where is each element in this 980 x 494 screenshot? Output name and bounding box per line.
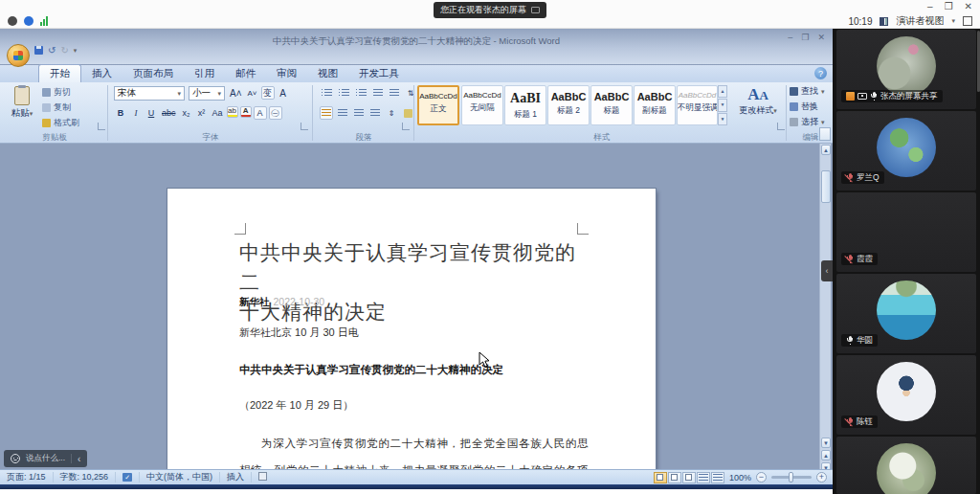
language-indicator[interactable]: 中文(简体，中国) bbox=[140, 472, 220, 483]
zoom-level[interactable]: 100% bbox=[729, 473, 751, 483]
clipboard-dialog-launcher[interactable] bbox=[98, 123, 105, 130]
doc-paragraph[interactable]: 为深入学习宣传贯彻党的二十大精神，把全党全国各族人民的思想统一到党的二十大精神上… bbox=[239, 430, 589, 474]
font-dialog-launcher[interactable] bbox=[301, 123, 308, 130]
participant-tile-screenshare[interactable]: 张杰的屏幕共享 bbox=[836, 30, 976, 109]
doc-dateline[interactable]: 新华社北京 10 月 30 日电 bbox=[239, 326, 359, 340]
superscript-button[interactable]: x² bbox=[195, 106, 209, 120]
multilevel-list-button[interactable] bbox=[354, 86, 368, 100]
zoom-out-icon[interactable]: − bbox=[756, 472, 767, 483]
document-page[interactable]: 中共中央关于认真学习宣传贯彻党的二 十大精神的决定 新华社2022-10-30 … bbox=[167, 189, 656, 474]
chevron-down-icon[interactable]: ▾ bbox=[951, 17, 955, 25]
scroll-up-icon[interactable]: ▲ bbox=[821, 145, 831, 155]
clear-formatting-button[interactable]: A bbox=[277, 86, 290, 100]
spellcheck-status[interactable]: ✓ bbox=[116, 472, 140, 483]
tab-mailings[interactable]: 邮件 bbox=[225, 65, 266, 82]
line-spacing-button[interactable]: ⇕ bbox=[385, 106, 398, 120]
participant-tile[interactable]: 霞霞 bbox=[836, 192, 976, 272]
participant-tile[interactable]: 华圆 bbox=[836, 274, 976, 353]
align-left-button[interactable] bbox=[320, 106, 333, 120]
zoom-in-icon[interactable]: + bbox=[816, 472, 827, 483]
justify-button[interactable] bbox=[368, 106, 382, 120]
fullscreen-reading-view-button[interactable] bbox=[668, 472, 681, 483]
tab-home[interactable]: 开始 bbox=[38, 64, 81, 82]
zoom-slider[interactable] bbox=[771, 476, 812, 479]
italic-button[interactable]: I bbox=[129, 106, 143, 120]
word-close-icon[interactable]: ✕ bbox=[817, 33, 825, 42]
grow-font-button[interactable]: A˄ bbox=[228, 86, 244, 100]
scrollbar-thumb[interactable] bbox=[821, 170, 831, 203]
tab-insert[interactable]: 插入 bbox=[81, 65, 122, 82]
sidebar-collapse-handle[interactable]: ‹ bbox=[821, 260, 833, 281]
minimize-icon[interactable]: – bbox=[927, 1, 933, 11]
phonetic-guide-button[interactable]: 变 bbox=[261, 86, 275, 100]
subscript-button[interactable]: x₂ bbox=[180, 106, 193, 120]
numbering-button[interactable] bbox=[337, 86, 351, 100]
doc-byline[interactable]: 新华社2022-10-30 bbox=[239, 296, 324, 309]
tab-references[interactable]: 引用 bbox=[184, 65, 225, 82]
info-icon[interactable] bbox=[8, 16, 17, 26]
fullscreen-icon[interactable] bbox=[963, 16, 972, 26]
office-button[interactable] bbox=[7, 44, 30, 67]
enclose-character-button[interactable]: ㊀ bbox=[269, 106, 282, 120]
web-layout-view-button[interactable] bbox=[682, 472, 696, 483]
participant-tile[interactable]: 罗兰Q bbox=[836, 111, 976, 191]
styles-dialog-launcher[interactable] bbox=[777, 123, 785, 130]
copy-button[interactable]: 复制 bbox=[42, 101, 79, 114]
participant-tile[interactable] bbox=[836, 437, 976, 494]
style-title[interactable]: AaBbC标题 bbox=[590, 85, 633, 125]
recording-icon[interactable] bbox=[24, 16, 33, 26]
redo-icon[interactable]: ↻ bbox=[60, 46, 68, 55]
tab-page-layout[interactable]: 页面布局 bbox=[122, 65, 184, 82]
word-maximize-icon[interactable]: ❐ bbox=[801, 33, 809, 42]
style-no-spacing[interactable]: AaBbCcDd无间隔 bbox=[461, 85, 503, 125]
style-heading1[interactable]: AaBI标题 1 bbox=[504, 85, 546, 125]
bold-button[interactable]: B bbox=[114, 106, 127, 120]
strikethrough-button[interactable]: abc bbox=[160, 106, 178, 120]
macro-record[interactable] bbox=[252, 472, 274, 483]
increase-indent-button[interactable] bbox=[388, 86, 401, 100]
chat-input-pill[interactable]: 说点什么... ‹ bbox=[4, 450, 87, 467]
vertical-scrollbar[interactable]: ▲ ▼ ▲ ▼ bbox=[819, 144, 831, 474]
change-styles-button[interactable]: AA 更改样式▾ bbox=[733, 85, 783, 127]
emoji-icon[interactable] bbox=[11, 454, 20, 463]
zoom-slider-thumb[interactable] bbox=[789, 472, 793, 483]
view-mode-selector[interactable]: 演讲者视图 bbox=[896, 14, 944, 28]
qat-chevron-down-icon[interactable]: ▾ bbox=[74, 47, 78, 55]
styles-scroll-up-icon[interactable]: ▲ bbox=[718, 85, 727, 98]
ruler-toggle-button[interactable] bbox=[819, 127, 831, 141]
undo-icon[interactable]: ↺ bbox=[48, 46, 56, 55]
word-minimize-icon[interactable]: – bbox=[788, 33, 792, 42]
print-layout-view-button[interactable] bbox=[654, 472, 667, 483]
chat-placeholder[interactable]: 说点什么... bbox=[26, 453, 65, 464]
styles-more-icon[interactable]: ▾ bbox=[718, 113, 727, 125]
font-size-select[interactable]: 小一▾ bbox=[189, 86, 225, 101]
styles-scroll-down-icon[interactable]: ▼ bbox=[718, 99, 727, 111]
bullets-button[interactable] bbox=[320, 86, 334, 100]
style-normal[interactable]: AaBbCcDd正文 bbox=[417, 85, 459, 125]
change-case-button[interactable]: Aa bbox=[211, 106, 225, 120]
character-border-button[interactable]: A bbox=[254, 106, 267, 120]
word-count[interactable]: 字数: 10,256 bbox=[54, 472, 117, 483]
style-heading2[interactable]: AaBbC标题 2 bbox=[547, 85, 590, 125]
style-subtle-emphasis[interactable]: AaBbCcDd不明显强调 bbox=[677, 85, 718, 125]
close-icon[interactable]: ✕ bbox=[965, 1, 972, 11]
tab-developer[interactable]: 开发工具 bbox=[348, 65, 410, 82]
scroll-down-icon[interactable]: ▼ bbox=[821, 438, 831, 448]
participant-tile[interactable]: 陈钰 bbox=[836, 355, 976, 435]
find-button[interactable]: 查找▾ bbox=[790, 85, 825, 98]
cut-button[interactable]: 剪切 bbox=[42, 86, 79, 99]
insert-mode-indicator[interactable]: 插入 bbox=[220, 472, 252, 483]
align-right-button[interactable] bbox=[352, 106, 366, 120]
tab-review[interactable]: 审阅 bbox=[266, 65, 307, 82]
font-name-select[interactable]: 宋体▾ bbox=[114, 86, 185, 101]
doc-bold-heading[interactable]: 中共中央关于认真学习宣传贯彻党的二十大精神的决定 bbox=[239, 363, 503, 377]
tab-view[interactable]: 视图 bbox=[307, 65, 348, 82]
save-icon[interactable] bbox=[34, 46, 43, 55]
previous-page-icon[interactable]: ▲ bbox=[821, 450, 831, 460]
shrink-font-button[interactable]: A˅ bbox=[246, 86, 259, 100]
underline-button[interactable]: U bbox=[145, 106, 158, 120]
style-subtitle[interactable]: AaBbC副标题 bbox=[634, 85, 676, 125]
font-color-button[interactable]: A bbox=[240, 106, 252, 118]
highlight-color-button[interactable]: ab bbox=[227, 106, 238, 118]
shading-button[interactable] bbox=[401, 106, 414, 120]
